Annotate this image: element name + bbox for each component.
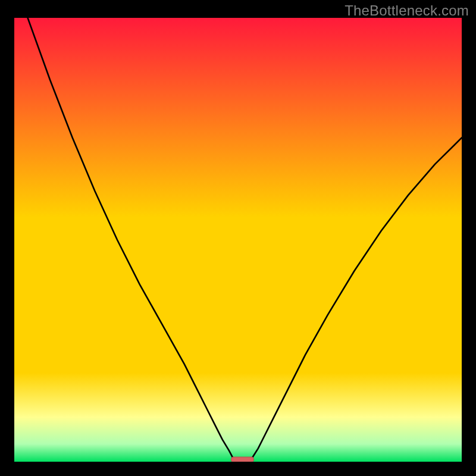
chart-frame: TheBottleneck.com [0, 0, 476, 476]
bottleneck-plot [14, 18, 462, 462]
bottleneck-marker [231, 457, 254, 462]
watermark-text: TheBottleneck.com [345, 2, 469, 19]
gradient-background [14, 18, 462, 462]
